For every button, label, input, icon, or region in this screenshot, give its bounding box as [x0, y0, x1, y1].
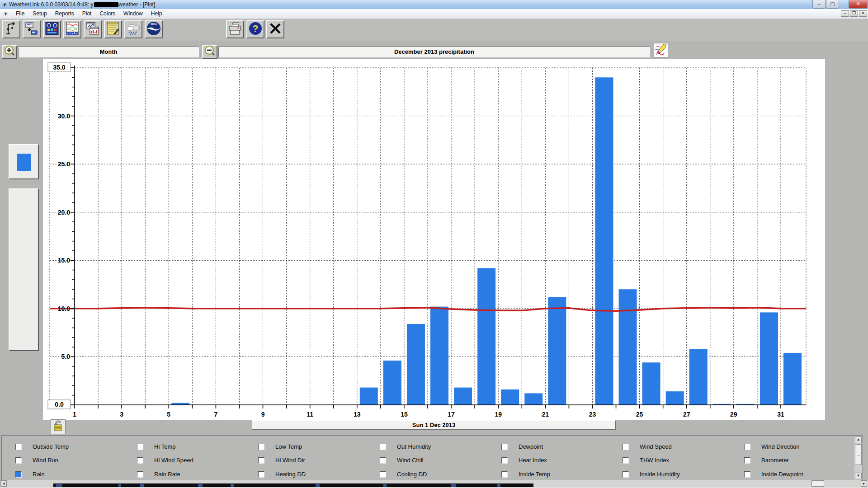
svg-text:27: 27: [683, 411, 690, 418]
checkbox-inside-dewpoint[interactable]: [744, 471, 750, 478]
checkbox-hi-temp[interactable]: [137, 444, 143, 450]
checkbox-hi-wind-dir[interactable]: [258, 457, 264, 464]
svg-text:25: 25: [636, 411, 643, 418]
svg-text:9: 9: [261, 411, 265, 418]
scrollbar-thumb[interactable]: [855, 444, 862, 465]
svg-text:5.0: 5.0: [61, 353, 71, 360]
svg-text:15: 15: [401, 411, 408, 418]
variable-checkbox-panel: Outside TempHi TempLow TempOut HumidityD…: [1, 435, 863, 480]
svg-text:13: 13: [354, 411, 361, 418]
svg-text:3: 3: [120, 411, 123, 418]
svg-text:5: 5: [167, 411, 170, 418]
svg-text:19: 19: [495, 411, 502, 418]
label-hi-wind-speed: Hi Wind Speed: [154, 457, 193, 464]
scroll-left-button[interactable]: ◄: [0, 480, 7, 487]
label-inside-dewpoint: Inside Dewpoint: [761, 471, 803, 478]
svg-text:23: 23: [589, 411, 596, 418]
label-heating-dd: Heating DD: [275, 471, 306, 478]
legend-swatch-panel[interactable]: [9, 144, 39, 179]
label-wind-speed: Wind Speed: [640, 444, 672, 450]
checkbox-rain[interactable]: [15, 471, 22, 478]
label-dewpoint: Dewpoint: [519, 444, 543, 450]
lock-scale-button[interactable]: [51, 419, 66, 434]
label-low-temp: Low Temp: [275, 444, 302, 450]
svg-text:29: 29: [730, 411, 737, 418]
checkbox-hi-wind-speed[interactable]: [137, 457, 143, 464]
svg-text:35.0: 35.0: [53, 64, 65, 71]
checkbox-cooling-dd[interactable]: [380, 471, 386, 478]
checkbox-rain-rate[interactable]: [137, 471, 143, 478]
label-hi-wind-dir: Hi Wind Dir: [275, 457, 305, 464]
svg-text:11: 11: [307, 411, 313, 418]
svg-text:30.0: 30.0: [58, 113, 70, 120]
checkbox-thw-index[interactable]: [623, 457, 629, 464]
checkbox-inside-temp[interactable]: [501, 471, 508, 478]
svg-text:17: 17: [448, 411, 455, 418]
rain-series-swatch: [17, 154, 31, 171]
svg-text:1: 1: [73, 411, 76, 418]
svg-text:25.0: 25.0: [58, 160, 70, 168]
checkbox-wind-chill[interactable]: [380, 457, 386, 464]
scroll-right-button[interactable]: ►: [861, 480, 867, 487]
label-wind-direction: Wind Direction: [761, 444, 800, 450]
checkbox-inside-humidity[interactable]: [623, 471, 629, 478]
scroll-up-button[interactable]: ▲: [855, 436, 862, 443]
label-barometer: Barometer: [761, 457, 789, 464]
checkbox-barometer[interactable]: [744, 457, 750, 464]
hscroll-thumb[interactable]: [811, 480, 824, 487]
precipitation-chart[interactable]: 0.05.010.015.020.025.030.035.01357911131…: [0, 0, 868, 488]
svg-text:15.0: 15.0: [58, 257, 70, 264]
date-scroll-thumb[interactable]: Sun 1 Dec 2013: [252, 420, 616, 430]
svg-text:20.0: 20.0: [58, 209, 70, 216]
label-outside-temp: Outside Temp: [33, 444, 69, 450]
svg-text:7: 7: [214, 411, 218, 418]
checkbox-panel-scrollbar[interactable]: ▲ ▼: [854, 436, 862, 480]
checkbox-heating-dd[interactable]: [258, 471, 264, 478]
svg-text:31: 31: [777, 411, 784, 418]
label-cooling-dd: Cooling DD: [397, 471, 427, 478]
checkbox-low-temp[interactable]: [258, 444, 264, 450]
label-wind-chill: Wind Chill: [397, 457, 424, 464]
checkbox-wind-speed[interactable]: [623, 444, 629, 450]
checkbox-wind-direction[interactable]: [744, 444, 750, 450]
legend-empty-panel: [9, 188, 39, 351]
label-out-humidity: Out Humidity: [397, 444, 431, 450]
label-rain-rate: Rain Rate: [154, 471, 180, 478]
svg-text:10.0: 10.0: [58, 305, 70, 312]
checkbox-heat-index[interactable]: [501, 457, 508, 464]
label-wind-run: Wind Run: [33, 457, 58, 464]
unlocked-padlock-icon: [53, 420, 64, 434]
label-heat-index: Heat Index: [519, 457, 547, 464]
checkbox-wind-run[interactable]: [15, 457, 22, 464]
checkbox-dewpoint[interactable]: [501, 444, 508, 450]
checkbox-out-humidity[interactable]: [380, 444, 386, 450]
scroll-down-button[interactable]: ▼: [855, 473, 862, 479]
svg-text:21: 21: [542, 411, 549, 418]
label-inside-temp: Inside Temp: [519, 471, 550, 478]
svg-text:0.0: 0.0: [55, 401, 64, 408]
label-thw-index: THW Index: [640, 457, 669, 464]
weatherlink-window: WeatherLink 6.0.0 03/03/14 9:48: yweathe…: [0, 0, 868, 488]
checkbox-outside-temp[interactable]: [15, 444, 22, 450]
label-hi-temp: Hi Temp: [154, 444, 175, 450]
label-inside-humidity: Inside Humidity: [640, 471, 680, 478]
label-rain: Rain: [33, 471, 45, 478]
